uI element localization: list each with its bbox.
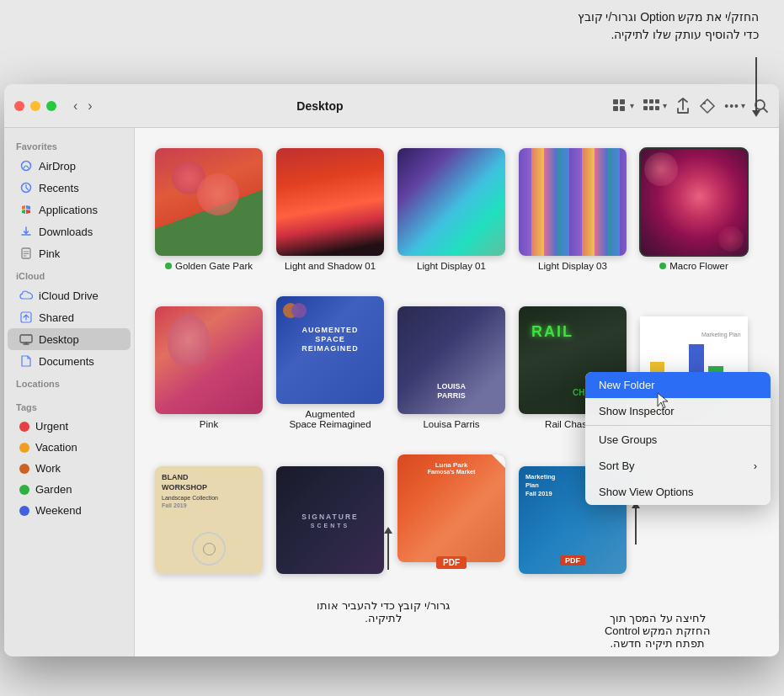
sidebar-item-shared[interactable]: Shared: [8, 306, 131, 328]
pdf-badge: PDF: [436, 556, 467, 569]
airdrop-icon: [19, 159, 33, 173]
context-menu-show-view-options[interactable]: Show View Options: [585, 479, 771, 505]
file-pink[interactable]: Pink: [152, 303, 266, 433]
sidebar-item-weekend[interactable]: Weekend: [8, 500, 131, 521]
share-button[interactable]: [675, 98, 691, 114]
downloads-icon: [19, 225, 33, 238]
context-menu-use-groups[interactable]: Use Groups: [585, 427, 771, 453]
recents-icon: [19, 181, 33, 194]
file-label-light-display03: Light Display 03: [538, 261, 607, 271]
locations-header: Locations: [4, 372, 134, 392]
applications-icon: [19, 203, 33, 216]
icloud-icon: [19, 289, 33, 302]
urgent-dot: [19, 422, 29, 432]
sidebar-item-pink[interactable]: Pink: [8, 242, 131, 264]
close-button[interactable]: [14, 101, 24, 111]
sidebar-item-vacation-label: Vacation: [35, 441, 77, 454]
sidebar-item-work-label: Work: [35, 462, 61, 475]
sidebar-item-downloads[interactable]: Downloads: [8, 220, 131, 242]
file-signature[interactable]: SIGNATURE SCENTS: [273, 463, 387, 582]
file-thumb-light-display01: [397, 148, 505, 256]
sidebar-item-desktop[interactable]: Desktop: [8, 328, 131, 350]
file-louisa[interactable]: LOUISA PARRIS Louisa Parris: [394, 303, 509, 433]
tooltip-bottom-right-line2: החזקת המקש Control: [605, 624, 711, 637]
svg-rect-0: [613, 99, 618, 104]
file-macro-flower[interactable]: Macro Flower: [637, 145, 751, 274]
tag-button[interactable]: [699, 98, 716, 114]
pink-icon: [19, 247, 33, 260]
file-thumb-pink: [155, 306, 263, 414]
sidebar-item-icloud-drive[interactable]: iCloud Drive: [8, 284, 131, 306]
sidebar-item-recents-label: Recents: [39, 182, 79, 194]
file-thumb-augmented: AUGMENTED SPACE REIMAGINED: [276, 296, 384, 404]
file-label-macro-flower: Macro Flower: [659, 261, 728, 271]
content-area: Favorites AirDrop Recen: [4, 128, 779, 656]
sidebar-item-applications[interactable]: Applications: [8, 199, 131, 220]
svg-rect-8: [649, 106, 653, 110]
sidebar-item-garden[interactable]: Garden: [8, 479, 131, 500]
sidebar-item-garden-label: Garden: [35, 483, 72, 496]
file-thumb-light-shadow: [276, 148, 384, 256]
tag-icon: [699, 98, 716, 114]
documents-icon: [19, 354, 33, 368]
sidebar-item-work[interactable]: Work: [8, 458, 131, 479]
icloud-header: iCloud: [4, 264, 134, 284]
sidebar-item-documents[interactable]: Documents: [8, 350, 131, 372]
finder-window: ‹ › Desktop ▾: [4, 84, 779, 656]
context-menu-new-folder[interactable]: New Folder: [585, 372, 771, 398]
garden-dot: [19, 485, 29, 495]
group-icon: [643, 98, 661, 114]
file-label-golden-gate: Golden Gate Park: [165, 261, 253, 271]
sidebar-item-vacation[interactable]: Vacation: [8, 437, 131, 458]
sidebar-item-airdrop-label: AirDrop: [39, 160, 76, 173]
favorites-header: Favorites: [4, 135, 134, 155]
tooltip-bottom-right-line1: לחיצה על המסך תוך: [610, 612, 707, 624]
file-thumb-macro-flower: [640, 148, 748, 256]
file-luna[interactable]: Luna Park Famosa's Market PDF: [394, 451, 509, 582]
title-bar: ‹ › Desktop ▾: [4, 84, 779, 128]
golden-gate-dot: [165, 263, 172, 269]
more-button[interactable]: ••• ▾: [724, 99, 745, 113]
sidebar-item-applications-label: Applications: [39, 204, 98, 216]
file-thumb-golden-gate: [155, 148, 263, 256]
work-dot: [19, 464, 29, 474]
file-label-augmented: AugmentedSpace Reimagined: [289, 409, 371, 429]
svg-rect-17: [20, 335, 32, 343]
tooltip-line2: כדי להוסיף עותק שלו לתיקיה.: [578, 26, 759, 44]
file-thumb-louisa: LOUISA PARRIS: [397, 306, 505, 414]
shared-icon: [19, 311, 33, 324]
file-golden-gate[interactable]: Golden Gate Park: [152, 145, 266, 274]
svg-rect-2: [613, 106, 618, 111]
svg-rect-4: [643, 99, 648, 104]
file-thumb-light-display03: [519, 148, 627, 256]
svg-rect-9: [655, 106, 659, 110]
marketing-pdf-badge: PDF: [560, 555, 585, 566]
file-thumb-signature: SIGNATURE SCENTS: [276, 466, 384, 574]
toolbar-right: ▾ ▾: [611, 98, 769, 114]
context-menu: New Folder Show Inspector Use Groups Sor…: [585, 372, 771, 505]
sort-by-arrow: ›: [754, 460, 757, 472]
context-menu-show-inspector[interactable]: Show Inspector: [585, 398, 771, 424]
sidebar-item-desktop-label: Desktop: [39, 333, 79, 346]
file-label-light-display01: Light Display 01: [417, 261, 486, 271]
tooltip-bottom-left: גרור/י קובץ כדי להעביר אותו לתיקיה.: [312, 599, 455, 624]
sidebar-item-recents[interactable]: Recents: [8, 177, 131, 199]
tooltip-top: החזק/י את מקש Option וגרור/י קובץ כדי לה…: [578, 8, 759, 44]
view-toggle-button[interactable]: ▾: [611, 98, 634, 114]
file-bland[interactable]: BLAND WORKSHOP Landscape Collection Fall…: [152, 463, 266, 582]
window-title: Desktop: [35, 99, 605, 113]
file-light-display03[interactable]: Light Display 03: [515, 145, 630, 274]
sidebar-item-urgent[interactable]: Urgent: [8, 416, 131, 437]
file-light-display01[interactable]: Light Display 01: [394, 145, 509, 274]
tooltip-line1: החזק/י את מקש Option וגרור/י קובץ: [578, 8, 759, 26]
file-thumb-luna: Luna Park Famosa's Market PDF: [397, 454, 505, 562]
sidebar-item-icloud-label: iCloud Drive: [39, 290, 99, 302]
context-menu-sort-by[interactable]: Sort By ›: [585, 453, 771, 479]
sidebar-item-airdrop[interactable]: AirDrop: [8, 155, 131, 177]
file-augmented[interactable]: AUGMENTED SPACE REIMAGINED AugmentedSpac…: [273, 293, 387, 433]
group-view-button[interactable]: ▾: [643, 98, 667, 114]
file-light-shadow[interactable]: Light and Shadow 01: [273, 145, 387, 274]
svg-point-10: [703, 102, 706, 104]
file-label-louisa: Louisa Parris: [423, 419, 479, 429]
view-grid-icon: [611, 98, 628, 114]
